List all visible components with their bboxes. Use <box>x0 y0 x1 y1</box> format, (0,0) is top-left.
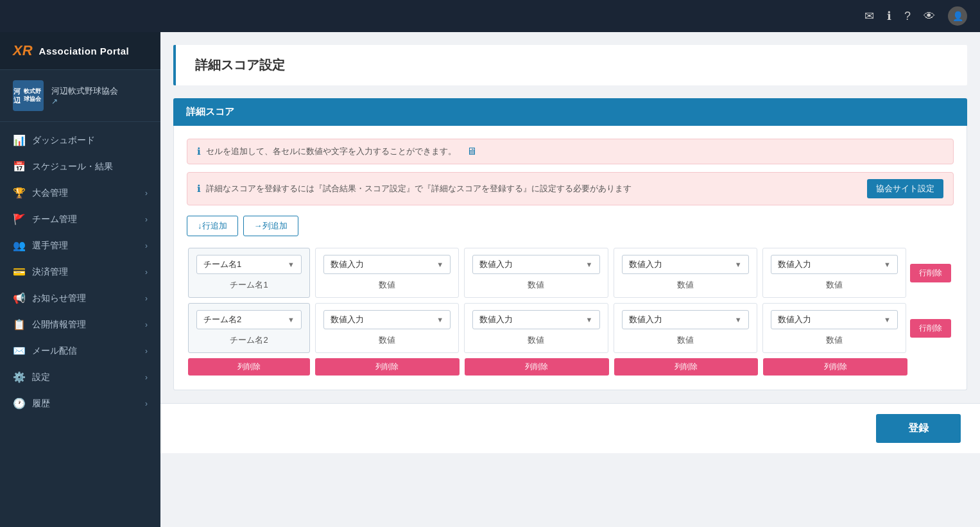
chevron-right-icon3: › <box>145 241 148 250</box>
org-name: 河辺軟式野球協会 <box>51 85 118 97</box>
grid-cell-r2c4: 数値入力 ▼ 数値 <box>614 303 757 353</box>
cell-select-text-r2c3: 数値入力 <box>479 314 513 325</box>
sidebar-item-schedule[interactable]: 📅 スケジュール・結果 <box>0 153 160 180</box>
delete-col-4-button[interactable]: 列削除 <box>614 358 759 376</box>
cell-select-r1c3[interactable]: 数値入力 ▼ <box>472 255 599 274</box>
org-link[interactable]: ↗ <box>51 97 118 106</box>
cell-select-r2c2[interactable]: 数値入力 ▼ <box>323 310 451 329</box>
grid-cell-r2c1: チーム名2 ▼ チーム名2 <box>188 303 310 353</box>
sidebar-item-public[interactable]: 📋 公開情報管理 › <box>0 311 160 338</box>
delete-col-5-button[interactable]: 列削除 <box>763 358 907 376</box>
grid-cell-r2c3: 数値入力 ▼ 数値 <box>464 303 608 353</box>
cell-select-r1c5[interactable]: 数値入力 ▼ <box>771 255 898 274</box>
cell-select-r1c4[interactable]: 数値入力 ▼ <box>622 255 749 274</box>
sidebar-label-tournament: 大会管理 <box>32 187 68 199</box>
dropdown-icon-r1c3: ▼ <box>586 261 593 268</box>
cell-select-r2c5[interactable]: 数値入力 ▼ <box>771 310 898 329</box>
cell-label-r2c2: 数値 <box>379 334 395 346</box>
sidebar-label-history: 履歴 <box>32 398 50 410</box>
dashboard-icon: 📊 <box>13 134 26 146</box>
cell-select-text-r2c2: 数値入力 <box>331 314 364 325</box>
cell-select-r1c2[interactable]: 数値入力 ▼ <box>323 255 451 274</box>
sidebar-logo: XR Association Portal <box>0 32 160 70</box>
settings-icon: ⚙️ <box>13 371 26 383</box>
delete-row-2-button[interactable]: 行削除 <box>910 319 951 338</box>
cell-label-r1c4: 数値 <box>677 279 694 291</box>
add-col-button[interactable]: →列追加 <box>243 216 298 236</box>
tournament-icon: 🏆 <box>13 187 26 199</box>
app-logo-icon: XR <box>13 42 33 59</box>
cell-select-r2c1[interactable]: チーム名2 ▼ <box>196 310 302 329</box>
user-avatar[interactable]: 👤 <box>948 6 967 26</box>
sidebar-item-settings[interactable]: ⚙️ 設定 › <box>0 364 160 390</box>
eye-icon[interactable]: 👁 <box>924 10 935 23</box>
sidebar-item-notice[interactable]: 📢 お知らせ管理 › <box>0 285 160 311</box>
sidebar-item-tournament[interactable]: 🏆 大会管理 › <box>0 180 160 206</box>
delete-col-2-button[interactable]: 列削除 <box>315 358 460 376</box>
info-banner-2: ℹ 詳細なスコアを登録するには『試合結果・スコア設定』で『詳細なスコアを登録する… <box>187 172 954 205</box>
grid-cell-r1c5: 数値入力 ▼ 数値 <box>762 248 906 298</box>
cell-label-r2c3: 数値 <box>528 334 544 346</box>
dropdown-icon-r2c4: ▼ <box>735 316 742 324</box>
grid-cell-r1c1: チーム名1 ▼ チーム名1 <box>188 248 310 298</box>
mail-icon[interactable]: ✉ <box>864 9 874 23</box>
nav-section: 📊 ダッシュボード 📅 スケジュール・結果 🏆 大会管理 › 🚩 <box>0 122 160 422</box>
chevron-right-icon8: › <box>145 373 148 382</box>
cell-select-r1c1[interactable]: チーム名1 ▼ <box>196 255 302 274</box>
dropdown-icon-r2c3: ▼ <box>586 316 593 324</box>
info-text-1: セルを追加して、各セルに数値や文字を入力することができます。 <box>206 146 456 157</box>
info-circle-icon2: ℹ <box>197 183 201 194</box>
dropdown-icon-r1c5: ▼ <box>884 261 891 268</box>
info-circle-icon: ℹ <box>197 146 201 157</box>
cell-select-r2c4[interactable]: 数値入力 ▼ <box>622 310 749 329</box>
grid-cell-r2c5: 数値入力 ▼ 数値 <box>762 303 906 353</box>
org-section: 河辺 軟式野球協会 河辺軟式野球協会 ↗ <box>0 70 160 122</box>
add-row-button[interactable]: ↓行追加 <box>187 216 238 236</box>
sidebar-item-player[interactable]: 👥 選手管理 › <box>0 232 160 259</box>
sidebar-label-payment: 決済管理 <box>32 266 68 278</box>
action-buttons: ↓行追加 →列追加 <box>187 216 954 236</box>
sidebar-item-payment[interactable]: 💳 決済管理 › <box>0 259 160 285</box>
grid-cell-r1c4: 数値入力 ▼ 数値 <box>614 248 757 298</box>
public-icon: 📋 <box>13 318 26 331</box>
payment-icon: 💳 <box>13 266 26 278</box>
chevron-right-icon4: › <box>145 268 148 277</box>
topbar: ✉ ℹ ? 👁 👤 <box>0 0 980 32</box>
info-icon[interactable]: ℹ <box>887 9 891 23</box>
delete-col-1-button[interactable]: 列削除 <box>188 358 310 376</box>
notice-icon: 📢 <box>13 292 26 304</box>
chevron-right-icon5: › <box>145 294 148 303</box>
cell-label-r1c1: チーム名1 <box>230 279 268 291</box>
cell-select-text-r2c4: 数値入力 <box>629 314 662 325</box>
section-body: ℹ セルを追加して、各セルに数値や文字を入力することができます。 🖥 ℹ 詳細な… <box>173 126 967 390</box>
sidebar-label-team: チーム管理 <box>32 214 77 225</box>
association-settings-button[interactable]: 協会サイト設定 <box>867 179 943 198</box>
cell-label-r2c4: 数値 <box>677 334 694 346</box>
chevron-right-icon2: › <box>145 215 148 224</box>
grid-cell-r2c2: 数値入力 ▼ 数値 <box>315 303 459 353</box>
cell-select-text-r1c2: 数値入力 <box>331 259 364 270</box>
cell-select-r2c3[interactable]: 数値入力 ▼ <box>472 310 599 329</box>
cell-label-r1c3: 数値 <box>528 279 544 291</box>
grid-cell-r1c3: 数値入力 ▼ 数値 <box>464 248 608 298</box>
chevron-right-icon: › <box>145 189 148 198</box>
help-icon[interactable]: ? <box>904 10 911 23</box>
sidebar-item-dashboard[interactable]: 📊 ダッシュボード <box>0 127 160 153</box>
chevron-right-icon9: › <box>145 399 148 408</box>
sidebar-item-mail[interactable]: ✉️ メール配信 › <box>0 338 160 364</box>
delete-col-3-button[interactable]: 列削除 <box>465 358 609 376</box>
sidebar-label-player: 選手管理 <box>32 240 68 252</box>
sidebar: XR Association Portal 河辺 軟式野球協会 河辺軟式野球協会… <box>0 32 160 527</box>
cell-label-r1c5: 数値 <box>826 279 843 291</box>
info-banner-1: ℹ セルを追加して、各セルに数値や文字を入力することができます。 🖥 <box>187 139 954 164</box>
delete-row-1-button[interactable]: 行削除 <box>910 264 951 282</box>
content-area: 詳細スコア ℹ セルを追加して、各セルに数値や文字を入力することができます。 🖥… <box>160 85 980 403</box>
team-icon: 🚩 <box>13 213 26 225</box>
sidebar-item-team[interactable]: 🚩 チーム管理 › <box>0 206 160 232</box>
mail-nav-icon: ✉️ <box>13 345 26 357</box>
register-button[interactable]: 登録 <box>876 414 961 443</box>
dropdown-icon-r1c4: ▼ <box>735 261 742 268</box>
sidebar-item-history[interactable]: 🕐 履歴 › <box>0 390 160 417</box>
cell-label-r2c1: チーム名2 <box>230 334 268 346</box>
cell-select-text-r1c5: 数値入力 <box>778 259 811 270</box>
